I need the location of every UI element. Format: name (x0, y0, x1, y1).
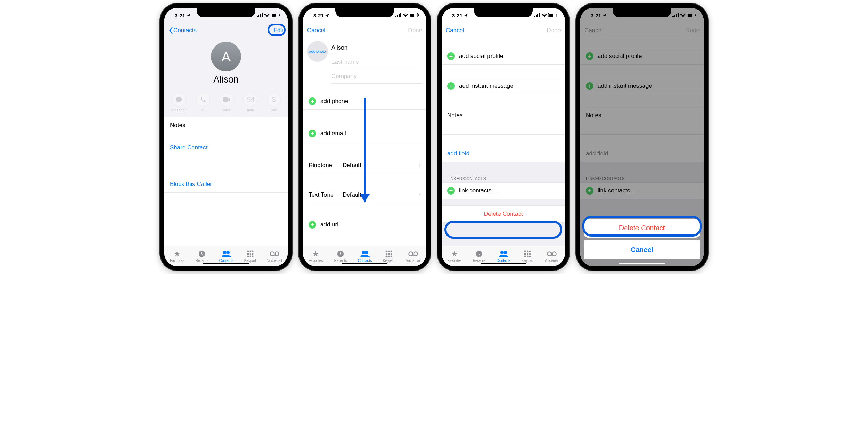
tab-favorites[interactable]: ★Favorites (170, 250, 184, 263)
delete-contact-button[interactable]: Delete Contact (442, 205, 565, 223)
action-call[interactable]: call (196, 93, 210, 112)
svg-point-54 (500, 251, 504, 254)
tab-contacts[interactable]: Contacts (497, 250, 510, 263)
location-icon (186, 12, 191, 18)
home-indicator[interactable] (342, 263, 387, 264)
svg-rect-5 (272, 14, 276, 17)
svg-rect-49 (539, 13, 540, 17)
tab-keypad[interactable]: Keypad (244, 250, 256, 263)
svg-rect-51 (549, 14, 553, 17)
svg-rect-30 (418, 14, 419, 16)
add-url-row[interactable]: +add url (303, 217, 426, 233)
link-contacts-row[interactable]: +link contacts… (442, 182, 565, 199)
tab-voicemail[interactable]: Voicemail (545, 250, 559, 263)
share-contact[interactable]: Share Contact (164, 139, 288, 156)
chevron-right-icon: › (419, 162, 421, 169)
plus-icon: + (447, 187, 455, 195)
svg-point-14 (252, 251, 253, 252)
add-photo-button[interactable]: add photo (307, 41, 328, 62)
company-field[interactable]: Company (331, 69, 422, 84)
svg-point-20 (252, 256, 253, 257)
svg-point-32 (362, 251, 365, 254)
svg-point-61 (529, 253, 531, 255)
svg-rect-8 (247, 97, 254, 102)
tab-keypad[interactable]: Keypad (383, 250, 395, 263)
status-time: 3:21 (313, 12, 324, 18)
home-indicator[interactable] (619, 263, 665, 264)
svg-point-21 (270, 252, 274, 256)
tab-favorites[interactable]: ★Favorites (309, 250, 323, 263)
svg-point-40 (385, 256, 387, 257)
svg-point-65 (548, 252, 552, 256)
svg-point-41 (388, 256, 390, 257)
action-pay[interactable]: $ pay (267, 93, 281, 112)
video-icon (220, 93, 234, 106)
tab-voicemail[interactable]: Voicemail (267, 250, 282, 263)
tab-recents[interactable]: Recents (473, 250, 486, 263)
voicemail-icon (547, 250, 557, 258)
last-name-field[interactable]: Last name (331, 55, 422, 69)
add-social-profile[interactable]: +add social profile (442, 48, 565, 65)
clock-icon (475, 250, 483, 258)
svg-point-17 (252, 253, 253, 255)
phone-frame-1: 3:21 Contacts Edit A Alison (160, 3, 292, 271)
avatar[interactable]: A (211, 42, 241, 71)
mail-icon (243, 93, 257, 106)
svg-rect-25 (397, 15, 398, 17)
sheet-delete-button[interactable]: Delete Contact (584, 219, 700, 238)
action-video[interactable]: video (220, 93, 234, 112)
back-button[interactable]: Contacts (168, 27, 197, 34)
keypad-icon (524, 250, 531, 258)
content-area: Notes Share Contact Block this Caller (164, 117, 288, 246)
cancel-button[interactable]: Cancel (446, 27, 464, 34)
content-area: +add social profile +add instant message… (442, 38, 565, 246)
signal-icon (395, 12, 401, 18)
location-icon (464, 12, 468, 18)
done-button[interactable]: Done (547, 27, 561, 34)
svg-rect-0 (257, 16, 258, 17)
edit-button[interactable]: Edit (274, 27, 284, 34)
keypad-icon (247, 250, 254, 258)
svg-point-42 (390, 256, 392, 257)
clock-icon (198, 250, 206, 258)
wifi-icon (403, 12, 408, 18)
svg-point-63 (527, 256, 528, 257)
notes-cell[interactable]: Notes (164, 117, 288, 139)
tab-keypad[interactable]: Keypad (522, 250, 533, 263)
nav-bar: Cancel Done (442, 23, 565, 38)
tab-voicemail[interactable]: Voicemail (406, 250, 421, 263)
svg-rect-24 (395, 16, 396, 17)
clock-icon (337, 250, 344, 258)
cancel-button[interactable]: Cancel (307, 27, 326, 34)
add-instant-message[interactable]: +add instant message (442, 78, 565, 94)
tab-recents[interactable]: Recents (196, 250, 208, 263)
notch (474, 8, 533, 17)
action-message[interactable]: message (171, 93, 187, 112)
first-name-field[interactable]: Alison (331, 41, 422, 55)
svg-rect-48 (537, 14, 538, 17)
svg-point-66 (553, 252, 556, 256)
svg-point-58 (529, 251, 531, 252)
svg-rect-29 (410, 14, 414, 17)
sheet-cancel-button[interactable]: Cancel (584, 240, 700, 259)
battery-icon (410, 12, 419, 18)
action-row: message call video mail $ (164, 90, 288, 117)
home-indicator[interactable] (481, 263, 526, 264)
add-field-row[interactable]: add field (442, 145, 565, 162)
phone-frame-3: 3:21 Cancel Done +add social profile +ad… (437, 3, 569, 271)
tab-contacts[interactable]: Contacts (358, 250, 372, 263)
plus-icon: + (447, 52, 455, 60)
svg-point-62 (524, 256, 526, 257)
tab-contacts[interactable]: Contacts (219, 250, 233, 263)
svg-point-44 (414, 252, 418, 256)
home-indicator[interactable] (203, 263, 249, 264)
svg-point-10 (223, 251, 226, 254)
notes-field[interactable]: Notes (442, 108, 565, 135)
voicemail-icon (270, 250, 279, 258)
block-caller[interactable]: Block this Caller (164, 176, 288, 193)
action-mail[interactable]: mail (243, 93, 257, 112)
tab-favorites[interactable]: ★Favorites (447, 250, 461, 263)
tab-recents[interactable]: Recents (334, 250, 347, 263)
done-button[interactable]: Done (408, 27, 422, 34)
contact-header: A Alison (164, 38, 288, 90)
